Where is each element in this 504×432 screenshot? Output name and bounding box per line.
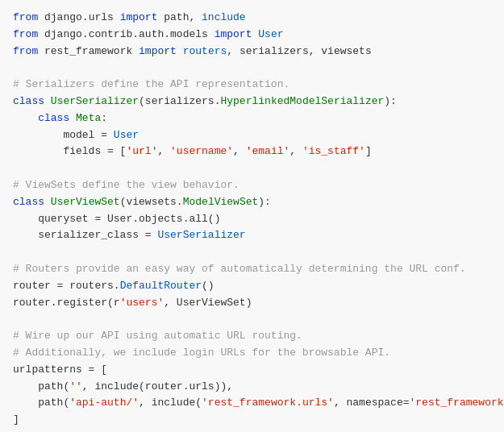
code-line: class UserSerializer(serializers.Hyperli… [13, 93, 491, 110]
code-line: path('', include(router.urls)), [13, 379, 491, 396]
code-line [13, 60, 491, 77]
code-line [13, 311, 491, 328]
code-line: class UserViewSet(viewsets.ModelViewSet)… [13, 194, 491, 211]
code-line: urlpatterns = [ [13, 362, 491, 379]
code-line: # Routers provide an easy way of automat… [13, 261, 491, 278]
code-line: class Meta: [13, 110, 491, 127]
code-line: router.register(r'users', UserViewSet) [13, 295, 491, 312]
code-line: from django.urls import path, include [13, 10, 491, 27]
code-line: path('api-auth/', include('rest_framewor… [13, 395, 491, 412]
code-container: from django.urls import path, includefro… [0, 0, 504, 432]
code-line: model = User [13, 127, 491, 144]
code-line: from django.contrib.auth.models import U… [13, 27, 491, 44]
code-line: # Additionally, we include login URLs fo… [13, 345, 491, 362]
code-line: from rest_framework import routers, seri… [13, 44, 491, 60]
code-line: queryset = User.objects.all() [13, 211, 491, 228]
code-line [13, 160, 491, 177]
code-line: ] [13, 412, 491, 429]
code-line: serializer_class = UserSerializer [13, 227, 491, 244]
code-line: router = routers.DefaultRouter() [13, 278, 491, 295]
code-line [13, 244, 491, 261]
code-line: # ViewSets define the view behavior. [13, 177, 491, 194]
code-line: fields = ['url', 'username', 'email', 'i… [13, 143, 491, 160]
code-line: # Wire up our API using automatic URL ro… [13, 328, 491, 345]
code-block: from django.urls import path, includefro… [13, 10, 491, 429]
code-line: # Serializers define the API representat… [13, 77, 491, 93]
